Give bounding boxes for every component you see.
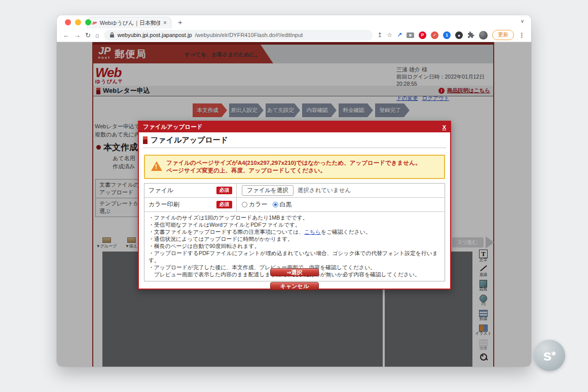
file-upload-modal: ファイルアップロード X ファイルアップロード ファイルのページサイズがA4(2… [138, 121, 451, 290]
forward-icon[interactable]: → [74, 32, 81, 39]
dark-extension-icon[interactable]: ◆ [455, 31, 463, 39]
tab-title: Webゆうびん｜日本郵便 [100, 19, 160, 27]
file-row: ファイル 必須 ファイルを選択 選択されていません [144, 184, 445, 198]
screenshot-watermark: s* [534, 340, 565, 371]
kochira-link[interactable]: こちら [304, 229, 321, 235]
share-icon[interactable]: ↥ [377, 32, 382, 38]
file-value-cell: ファイルを選択 選択されていません [237, 185, 445, 196]
modal-title: ファイルアップロード [143, 123, 443, 131]
modal-close-button[interactable]: X [443, 124, 446, 130]
screenshot-extension-icon[interactable] [407, 32, 414, 38]
modal-heading-text: ファイルアップロード [151, 135, 228, 145]
back-icon[interactable]: ← [63, 32, 69, 39]
note-line: ・受信可能なファイルはWordファイルとPDFファイルです。 [149, 221, 440, 228]
note-line: ・通信状況によってはアップロードに時間がかかります。 [149, 235, 440, 242]
cancel-button[interactable]: キャンセル [270, 282, 319, 290]
url-path: /webyubin/elr/DYFR410Flash.do#!/editInpu… [195, 32, 303, 38]
note-line: ・ファイルのサイズは1回のアップロードあたり1MBまでです。 [149, 214, 440, 221]
warning-triangle-icon [151, 161, 162, 171]
password-manager-extension-icon[interactable]: 1 [443, 31, 451, 39]
page-viewport: JPPOST 郵便局 すべてを、お客さまのために。 Web ゆうびん〒 三浦 雄… [57, 42, 531, 367]
color-row: カラー印刷 必須 カラー 白黒 [144, 198, 445, 212]
file-status-text: 選択されていません [298, 187, 351, 194]
required-badge: 必須 [216, 201, 232, 208]
color-radio[interactable] [242, 202, 247, 207]
lock-icon [109, 32, 115, 38]
tab-close-icon[interactable]: × [163, 19, 167, 26]
minimize-window-button[interactable] [75, 19, 81, 25]
browser-window: JP Webゆうびん｜日本郵便 × + ∨ ← → ↻ ⌂ webyubin.j… [57, 15, 531, 367]
extensions-puzzle-icon[interactable] [467, 31, 474, 39]
color-radio-label[interactable]: カラー [249, 200, 268, 209]
tab-favicon-jp-icon: JP [92, 21, 97, 25]
zoom-window-button[interactable] [85, 19, 91, 25]
refresh-update-button[interactable]: 更新 [492, 30, 514, 40]
profile-avatar[interactable] [479, 31, 488, 40]
traffic-lights [65, 19, 91, 25]
monochrome-radio[interactable] [273, 202, 278, 207]
close-window-button[interactable] [65, 19, 71, 25]
modal-heading: ファイルアップロード [143, 135, 446, 148]
required-badge: 必須 [216, 187, 232, 194]
url-host: webyubin.jpi.post.japanpost.jp [118, 32, 192, 38]
url-toolbar: ← → ↻ ⌂ webyubin.jpi.post.japanpost.jp/w… [57, 28, 531, 42]
browser-tab[interactable]: JP Webゆうびん｜日本郵便 × [87, 17, 171, 28]
address-bar[interactable]: webyubin.jpi.post.japanpost.jp/webyubin/… [104, 30, 373, 41]
new-tab-button[interactable]: + [178, 18, 182, 26]
browser-menu-kebab-icon[interactable]: ⋮ [519, 31, 525, 39]
bookmark-star-icon[interactable]: ☆ [387, 32, 392, 38]
note-line: ・横長のページは自動で90度回転されます。 [149, 242, 440, 250]
warning-line2: ページサイズ変更の上、再度、アップロードしてください。 [166, 167, 439, 174]
reload-icon[interactable]: ↻ [85, 32, 91, 39]
choose-file-button[interactable]: ファイルを選択 [242, 185, 293, 196]
select-button[interactable]: ⇒選択 [270, 268, 319, 276]
warning-line1: ファイルのページサイズがA4(210x297,297x210)ではなかったため、… [166, 159, 439, 167]
color-print-label: カラー印刷 [149, 200, 179, 209]
pinterest-extension-icon[interactable]: P [419, 31, 426, 39]
upload-form: ファイル 必須 ファイルを選択 選択されていません カラー印刷 必須 [144, 183, 445, 281]
note-line-with-link: ・文書ファイルをアップロードする際の注意事項については、こちらをご確認ください。 [149, 228, 440, 235]
color-label-cell: カラー印刷 必須 [144, 198, 237, 211]
send-tab-icon[interactable]: ↗ [397, 32, 402, 38]
modal-titlebar: ファイルアップロード X [139, 122, 450, 132]
checker-extension-icon[interactable]: ✓ [431, 31, 438, 39]
heading-marker-icon [143, 136, 148, 144]
color-value-cell: カラー 白黒 [237, 200, 445, 209]
tab-search-chevron-icon[interactable]: ∨ [521, 18, 524, 24]
upload-error-warning: ファイルのページサイズがA4(210x297,297x210)ではなかったため、… [144, 155, 445, 179]
file-label-cell: ファイル 必須 [144, 184, 237, 197]
home-icon[interactable]: ⌂ [95, 32, 99, 39]
monochrome-radio-label[interactable]: 白黒 [280, 200, 292, 209]
file-label: ファイル [149, 186, 173, 195]
tab-bar: JP Webゆうびん｜日本郵便 × + ∨ [57, 15, 531, 28]
note-line: ・アップロードするPDFファイルにフォントが埋め込まれていない場合、ゴシック体で… [149, 250, 440, 264]
